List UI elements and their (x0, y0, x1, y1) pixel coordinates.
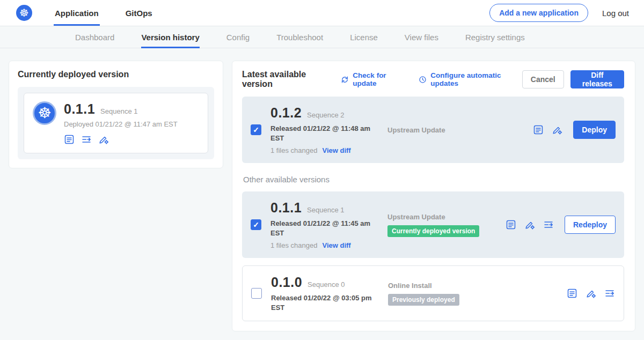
source-label: Upstream Update (387, 213, 499, 221)
deployed-version-sequence: Sequence 1 (100, 107, 137, 115)
available-versions-panel: Latest available version Check for updat… (232, 61, 635, 331)
deployed-version-info: 0.1.1 Sequence 1 Deployed 01/21/22 @ 11:… (64, 101, 178, 145)
currently-deployed-title: Currently deployed version (18, 70, 214, 79)
source-label: Upstream Update (387, 126, 526, 134)
refresh-icon (340, 75, 349, 84)
available-versions-header: Latest available version Check for updat… (242, 70, 624, 89)
edit-config-icon[interactable] (524, 219, 535, 230)
version-sequence: Sequence 1 (307, 206, 344, 214)
version-actions: Redeploy (506, 216, 616, 234)
edit-config-icon[interactable] (552, 124, 562, 135)
view-diff-link[interactable]: View diff (322, 241, 350, 249)
subnav-version-history[interactable]: Version history (141, 26, 199, 48)
version-actions (567, 288, 615, 299)
configure-automatic-updates-label: Configure automatic updates (430, 71, 522, 87)
check-for-update-label: Check for update (353, 71, 406, 87)
main-content: Currently deployed version ☸ 0.1.1 Seque… (0, 48, 644, 331)
version-row-0-1-2: 0.1.2 Sequence 2 Released 01/21/22 @ 11:… (242, 97, 624, 163)
deployed-timestamp: Deployed 01/21/22 @ 11:47 am EST (64, 120, 178, 128)
deployed-version-card: ☸ 0.1.1 Sequence 1 Deployed 01/21/22 @ 1… (24, 93, 208, 153)
topnav-tabs: Application GitOps (54, 0, 178, 26)
view-diff-icon[interactable] (604, 288, 615, 299)
version-source: Upstream Update (387, 126, 526, 134)
top-navbar: ☸ Application GitOps Add a new applicati… (0, 0, 644, 26)
tab-application[interactable]: Application (54, 0, 100, 26)
version-sequence: Sequence 0 (308, 280, 345, 289)
version-actions: Deploy (533, 121, 616, 139)
kubernetes-logo-icon: ☸ (16, 5, 32, 21)
released-timestamp: Released 01/21/22 @ 11:45 am EST (270, 219, 371, 238)
files-changed-label: 1 files changed (270, 241, 317, 249)
release-notes-icon[interactable] (64, 134, 75, 145)
clock-icon (418, 75, 427, 84)
latest-available-title: Latest available version (242, 70, 332, 89)
version-info: 0.1.1 Sequence 1 Released 01/21/22 @ 11:… (270, 200, 387, 249)
redeploy-button[interactable]: Redeploy (565, 216, 616, 234)
version-sequence: Sequence 2 (307, 111, 344, 119)
version-info: 0.1.2 Sequence 2 Released 01/21/22 @ 11:… (270, 105, 387, 154)
subnav-troubleshoot[interactable]: Troubleshoot (276, 26, 323, 48)
check-for-update-link[interactable]: Check for update (340, 71, 406, 87)
tab-gitops[interactable]: GitOps (125, 0, 153, 26)
topnav-right: Add a new application Log out (489, 4, 629, 22)
version-checkbox[interactable] (251, 288, 262, 299)
previously-deployed-badge: Previously deployed (388, 294, 459, 306)
released-timestamp: Released 01/20/22 @ 03:05 pm EST (271, 293, 372, 312)
released-timestamp: Released 01/21/22 @ 11:48 am EST (270, 124, 371, 143)
deploy-button[interactable]: Deploy (573, 121, 616, 139)
subnav-view-files[interactable]: View files (405, 26, 438, 48)
version-row-0-1-1: 0.1.1 Sequence 1 Released 01/21/22 @ 11:… (242, 191, 624, 258)
edit-config-icon[interactable] (98, 134, 109, 145)
subnav-config[interactable]: Config (226, 26, 250, 48)
deployed-version-number: 0.1.1 (64, 101, 95, 117)
release-notes-icon[interactable] (567, 288, 577, 299)
version-source: Upstream Update Currently deployed versi… (387, 213, 499, 237)
app-subnav: Dashboard Version history Config Trouble… (0, 26, 644, 48)
add-new-application-button[interactable]: Add a new application (489, 4, 588, 22)
subnav-registry-settings[interactable]: Registry settings (465, 26, 525, 48)
release-notes-icon[interactable] (506, 219, 516, 230)
version-row-0-1-0: 0.1.0 Sequence 0 Released 01/20/22 @ 03:… (242, 265, 624, 321)
version-source: Online Install Previously deployed (388, 282, 560, 306)
release-notes-icon[interactable] (533, 124, 544, 135)
version-checkbox[interactable] (251, 124, 261, 135)
logout-link[interactable]: Log out (602, 9, 629, 18)
source-label: Online Install (388, 282, 560, 290)
version-checkbox[interactable] (251, 219, 261, 230)
subnav-dashboard[interactable]: Dashboard (75, 26, 114, 48)
view-diff-icon[interactable] (543, 219, 554, 230)
subnav-license[interactable]: License (350, 26, 378, 48)
files-changed-label: 1 files changed (270, 146, 317, 154)
deployed-version-box: ☸ 0.1.1 Sequence 1 Deployed 01/21/22 @ 1… (18, 87, 214, 159)
currently-deployed-badge: Currently deployed version (387, 225, 479, 237)
version-number: 0.1.1 (270, 200, 302, 216)
cancel-button[interactable]: Cancel (522, 70, 564, 88)
app-logo-icon: ☸ (33, 101, 56, 125)
diff-releases-button[interactable]: Diff releases (570, 70, 624, 88)
view-diff-link[interactable]: View diff (322, 146, 350, 154)
configure-automatic-updates-link[interactable]: Configure automatic updates (418, 71, 522, 87)
edit-config-icon[interactable] (586, 288, 596, 299)
currently-deployed-panel: Currently deployed version ☸ 0.1.1 Seque… (9, 61, 223, 168)
version-number: 0.1.0 (271, 275, 302, 290)
other-available-versions-label: Other available versions (243, 175, 624, 184)
version-info: 0.1.0 Sequence 0 Released 01/20/22 @ 03:… (271, 275, 388, 312)
version-number: 0.1.2 (270, 105, 302, 121)
view-diff-icon[interactable] (81, 134, 92, 145)
